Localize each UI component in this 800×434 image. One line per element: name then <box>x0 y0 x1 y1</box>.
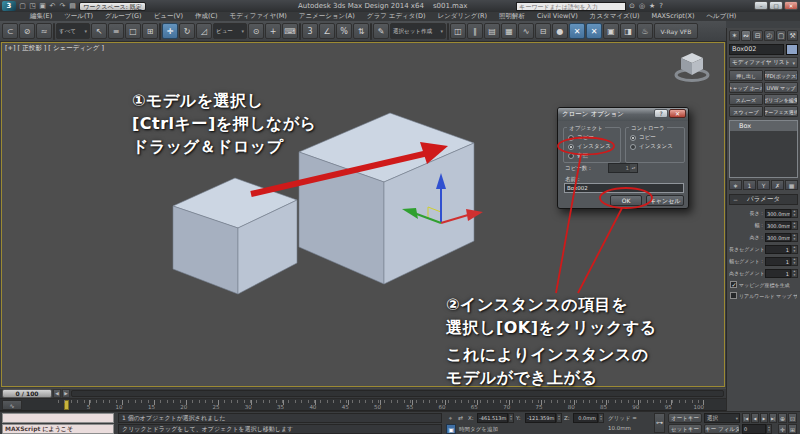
ok-button[interactable]: OK <box>610 195 642 206</box>
save-file-icon[interactable]: ▣ <box>38 1 47 11</box>
time-slider[interactable]: 0 / 100 ◀ ▶ <box>0 388 726 399</box>
selection-filter-combo[interactable]: すべて <box>56 23 90 39</box>
track-bar[interactable]: ∿ 51015202530354045505560657075808590951… <box>0 399 726 411</box>
menu-item[interactable]: 編集(E) <box>24 12 58 21</box>
stack-item[interactable]: Box <box>730 121 797 131</box>
rectangular-selection-region-icon[interactable]: □ <box>125 23 141 39</box>
current-frame-field[interactable]: 0 <box>742 424 766 434</box>
previous-frame-button[interactable]: ◀ <box>751 413 759 423</box>
menu-item[interactable]: 照明解析 <box>493 12 531 21</box>
menu-item[interactable]: レンダリング(R) <box>431 12 493 21</box>
configure-modifier-sets-icon[interactable]: ▦ <box>785 180 798 190</box>
mirror-icon[interactable]: ◫ <box>450 23 466 39</box>
clone-options-dialog[interactable]: クローン オプション ? ✕ オブジェクト コピー インスタンス 参照 コントロ… <box>557 107 689 209</box>
window-crossing-icon[interactable]: ⊞ <box>142 23 158 39</box>
clone-name-field[interactable]: Box002 <box>564 183 684 193</box>
reference-coordinate-combo[interactable]: ビュー <box>213 23 247 39</box>
dialog-help-button[interactable]: ? <box>654 109 668 118</box>
x-spinner-icon[interactable] <box>508 413 514 423</box>
select-by-name-icon[interactable]: ≡ <box>108 23 124 39</box>
set-key-mode-icon[interactable]: ⊶ <box>654 413 665 433</box>
modifier-button[interactable]: スウィープ <box>729 106 763 117</box>
redo-icon[interactable]: ↷ <box>58 1 67 11</box>
object-name-field[interactable]: Box002 <box>729 44 784 55</box>
maxscript-listener-box[interactable]: MAXScript にようこそ <box>2 424 114 434</box>
play-animation-button[interactable]: ▶ <box>760 413 768 423</box>
parameter-field[interactable]: 300.0mm <box>765 233 791 242</box>
close-button[interactable]: ✕ <box>784 1 798 10</box>
remove-modifier-icon[interactable]: ✗ <box>771 180 784 190</box>
parameter-field[interactable]: 1 <box>765 245 791 254</box>
menu-item[interactable]: カスタマイズ(U) <box>584 12 646 21</box>
keyboard-shortcut-override-icon[interactable]: ⌨ <box>282 23 298 39</box>
modifier-list-dropdown[interactable]: モディファイヤ リスト <box>729 57 798 68</box>
modifier-button[interactable]: サーフェス選択 <box>764 106 798 117</box>
modifier-button[interactable]: FFD(ボックス) <box>764 70 798 81</box>
rendered-frame-window-icon[interactable]: ◨ <box>620 23 636 39</box>
modifier-button[interactable]: キャップ ホール <box>729 82 763 93</box>
dialog-close-button[interactable]: ✕ <box>669 109 686 118</box>
pan-view-icon[interactable]: ✛ <box>778 424 787 434</box>
schematic-view-icon[interactable]: ⊟ <box>535 23 551 39</box>
new-scene-icon[interactable]: ▢ <box>18 1 27 11</box>
object-color-swatch[interactable] <box>786 44 798 55</box>
spinner-icon[interactable] <box>791 221 798 230</box>
named-selection-sets-combo[interactable]: 選択セット作成 <box>390 23 446 39</box>
select-object-icon[interactable]: ↖ <box>91 23 107 39</box>
search-icon[interactable]: ⊙ <box>629 1 635 11</box>
menu-item[interactable]: MAXScript(X) <box>646 12 701 21</box>
radio-object-reference[interactable]: 参照 <box>564 151 620 160</box>
select-and-move-icon[interactable]: ✛ <box>162 23 178 39</box>
y-spinner-icon[interactable] <box>556 413 562 423</box>
select-and-rotate-icon[interactable]: ↻ <box>179 23 195 39</box>
go-to-start-button[interactable]: |◀ <box>742 413 750 423</box>
selection-lock-icon[interactable]: ⌖ <box>446 413 455 423</box>
favorites-icon[interactable]: ★ <box>649 1 655 11</box>
unlink-selection-icon[interactable]: ⊘ <box>19 23 35 39</box>
select-and-scale-icon[interactable]: ◿ <box>196 23 212 39</box>
absolute-mode-icon[interactable]: ⇄ <box>456 413 465 423</box>
generate-mapping-coords-checkbox[interactable]: マッピング座標を生成 <box>727 279 800 290</box>
menu-item[interactable]: グループ(G) <box>99 12 148 21</box>
parameters-rollout-header[interactable]: パラメータ <box>729 194 798 205</box>
time-slider-handle[interactable]: 0 / 100 <box>2 389 52 398</box>
render-setup-icon[interactable]: ▣ <box>603 23 619 39</box>
y-coordinate-field[interactable]: -121.359m <box>525 413 556 423</box>
x-coordinate-field[interactable]: -461.513m <box>477 413 508 423</box>
hierarchy-tab-icon[interactable]: ⊟ <box>752 30 763 41</box>
search-input[interactable] <box>516 2 626 11</box>
open-file-icon[interactable]: ◳ <box>28 1 37 11</box>
workspace-selector[interactable]: ワークスペース: 既定 <box>79 2 146 11</box>
box-model-original[interactable] <box>173 178 297 294</box>
mini-curve-editor-icon[interactable]: ∿ <box>2 400 22 410</box>
parameter-field[interactable]: 1 <box>765 257 791 266</box>
radio-controller-copy[interactable]: コピー <box>626 133 684 142</box>
key-filters-button[interactable]: キー フィルタ... <box>704 424 740 434</box>
angle-snap-icon[interactable]: ∠ <box>319 23 335 39</box>
checkbox-icon[interactable] <box>730 281 737 288</box>
menu-item[interactable]: 作成(C) <box>189 12 224 21</box>
zoom-icon[interactable]: ⊕ <box>778 413 787 423</box>
radio-controller-instance[interactable]: インスタンス <box>626 142 684 151</box>
menu-item[interactable]: ヘルプ(H) <box>700 12 742 21</box>
spinner-icon[interactable] <box>791 209 798 218</box>
maximize-viewport-toggle-icon[interactable]: ⊞ <box>788 424 797 434</box>
time-tag-label[interactable]: 時間タグを追加 <box>459 424 498 434</box>
macro-recorder-box[interactable] <box>2 413 114 423</box>
viewport-label[interactable]: [+] [ 正投影 ] [ シェーディング ] <box>5 44 104 53</box>
parameter-field[interactable]: 300.0mm <box>765 221 791 230</box>
real-world-map-size-checkbox[interactable]: リアルワールド マップ サイズ <box>727 290 800 301</box>
time-slider-groove[interactable] <box>71 390 724 397</box>
menu-item[interactable]: グラフ エディタ(D) <box>361 12 432 21</box>
modifier-button[interactable]: 押し出し <box>729 70 763 81</box>
curve-editor-icon[interactable]: ∿ <box>518 23 534 39</box>
selection-set-combo[interactable]: 選択 <box>704 413 740 423</box>
menu-item[interactable]: ビュー(V) <box>148 12 189 21</box>
utilities-tab-icon[interactable]: ⚒ <box>787 30 798 41</box>
radio-object-instance[interactable]: インスタンス <box>564 142 620 151</box>
isolate-toggle-icon[interactable]: ✕ <box>586 23 602 39</box>
modify-tab-icon[interactable]: ∾ <box>741 30 752 41</box>
3ds-max-logo-icon[interactable]: 3 <box>2 1 16 11</box>
menu-item[interactable]: Civil View(V) <box>531 12 584 21</box>
material-editor-icon[interactable]: ● <box>552 23 568 39</box>
